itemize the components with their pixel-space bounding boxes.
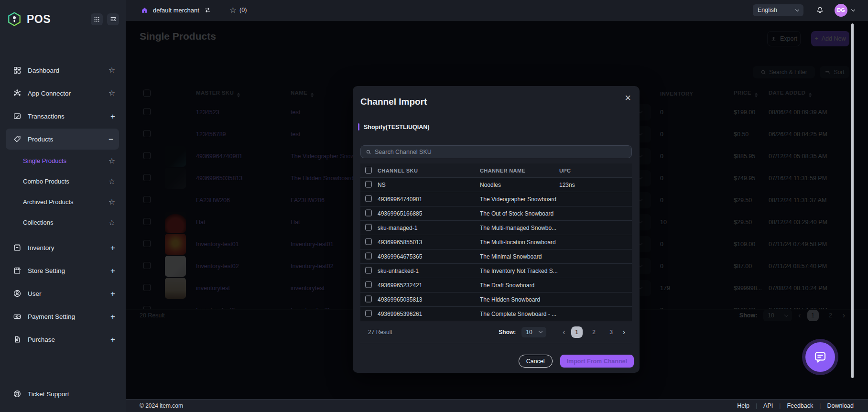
switch-merchant-icon[interactable] <box>204 6 211 14</box>
sidebar-item-transactions[interactable]: Transactions + <box>0 105 126 128</box>
cell-channel-name: The Complete Snowboard - ... <box>480 311 556 317</box>
select-all-checkbox[interactable] <box>365 167 372 173</box>
channel-row[interactable]: sku-untracked-1 The Inventory Not Tracke… <box>360 264 632 278</box>
page-size-value: 10 <box>526 329 532 336</box>
sidebar-item-products[interactable]: Products − <box>6 129 119 150</box>
row-checkbox[interactable] <box>365 238 372 245</box>
page-size-select[interactable]: 10 <box>521 327 546 337</box>
favorite-star-icon[interactable]: ☆ <box>108 198 115 206</box>
channel-row[interactable]: 49369965396261 The Complete Snowboard - … <box>360 307 632 321</box>
channel-row[interactable]: 49369964740901 The Videographer Snowboar… <box>360 192 632 206</box>
expand-plus-icon[interactable]: + <box>110 290 115 298</box>
avatar[interactable]: DG <box>835 4 847 17</box>
expand-plus-icon[interactable]: + <box>110 244 115 252</box>
avatar-chevron-icon[interactable] <box>851 8 855 11</box>
import-from-channel-button[interactable]: Import From Channel <box>560 355 634 368</box>
cell-channel-name: The Inventory Not Tracked S... <box>480 268 558 274</box>
chat-support-fab[interactable] <box>805 342 835 372</box>
favorite-star-icon[interactable]: ☆ <box>108 178 115 185</box>
language-select[interactable]: English <box>753 4 803 16</box>
ticket-support-icon <box>13 390 22 398</box>
channel-row[interactable]: 49369965166885 The Out of Stock Snowboar… <box>360 206 632 221</box>
cell-channel-sku: 49369964740901 <box>378 196 422 203</box>
home-icon[interactable] <box>141 7 148 14</box>
cancel-button[interactable]: Cancel <box>519 355 553 368</box>
store-icon <box>13 266 22 275</box>
expand-plus-icon[interactable]: + <box>110 313 115 321</box>
row-checkbox[interactable] <box>365 224 372 230</box>
app-connector-icon <box>13 89 22 98</box>
channel-row[interactable]: sku-managed-1 The Multi-managed Snowbo..… <box>360 221 632 235</box>
favorites-indicator[interactable]: ☆ (0) <box>229 6 247 14</box>
footer-link-help[interactable]: Help <box>737 402 749 409</box>
column-channel-name: CHANNER NAME <box>480 168 525 173</box>
channel-row[interactable]: 49369965232421 The Draft Snowboard <box>360 278 632 293</box>
favorite-star-icon[interactable]: ☆ <box>108 157 115 165</box>
cell-channel-sku: sku-managed-1 <box>378 225 417 231</box>
sidebar-item-app-connector[interactable]: App Connector ☆ <box>0 82 126 105</box>
page-number-button[interactable]: 3 <box>606 326 617 338</box>
sidebar-item-inventory[interactable]: Inventory + <box>0 236 126 259</box>
sidebar-collapse-icon <box>110 16 117 22</box>
prev-page-button[interactable]: ‹ <box>563 328 565 336</box>
channel-table-header: CHANNEL SKU CHANNER NAME UPC <box>360 163 632 178</box>
footer-link-feedback[interactable]: Feedback <box>787 402 813 409</box>
expand-plus-icon[interactable]: + <box>110 112 115 120</box>
row-checkbox[interactable] <box>365 281 372 288</box>
sidebar-nav: Dashboard ☆ App Connector ☆ Transactions <box>0 59 126 351</box>
sidebar-item-label: Transactions <box>28 113 65 120</box>
accent-bar <box>358 123 359 130</box>
expand-plus-icon[interactable]: + <box>110 336 115 344</box>
app-name: POS <box>27 13 51 26</box>
page-number-button[interactable]: 1 <box>571 326 583 338</box>
collapse-minus-icon[interactable]: − <box>108 135 113 143</box>
sidebar-item-store-setting[interactable]: Store Setting + <box>0 259 126 282</box>
search-input[interactable] <box>375 149 627 155</box>
sidebar-subitem-archived-products[interactable]: Archived Products ☆ <box>0 192 126 212</box>
close-icon[interactable]: × <box>625 93 631 103</box>
row-checkbox[interactable] <box>365 195 372 202</box>
scrollbar-thumb[interactable] <box>851 23 854 378</box>
sidebar-collapse-button[interactable] <box>107 13 119 25</box>
channel-sku-search[interactable] <box>360 145 632 158</box>
notifications-button[interactable] <box>816 6 824 14</box>
row-checkbox[interactable] <box>365 209 372 216</box>
channel-row[interactable]: 49369964675365 The Minimal Snowboard <box>360 249 632 264</box>
sidebar-item-dashboard[interactable]: Dashboard ☆ <box>0 59 126 82</box>
row-checkbox[interactable] <box>365 267 372 273</box>
sidebar-item-purchase[interactable]: Purchase + <box>0 328 126 351</box>
sidebar-item-label: Payment Setting <box>28 313 75 320</box>
transactions-icon <box>13 112 22 120</box>
footer-link-download[interactable]: Download <box>827 402 854 409</box>
cell-channel-name: The Draft Snowboard <box>480 282 534 289</box>
sidebar-item-ticket-support[interactable]: Ticket Support <box>0 385 126 402</box>
favorite-star-icon[interactable]: ☆ <box>108 89 115 97</box>
apps-grid-button[interactable] <box>91 13 103 25</box>
sidebar-subitem-collections[interactable]: Collections ☆ <box>0 212 126 233</box>
cell-channel-sku: 49369965396261 <box>378 311 422 317</box>
footer-link-api[interactable]: API <box>763 402 773 409</box>
row-checkbox[interactable] <box>365 295 372 302</box>
favorite-star-icon[interactable]: ☆ <box>108 66 115 74</box>
sidebar-subitem-combo-products[interactable]: Combo Products ☆ <box>0 171 126 192</box>
row-checkbox[interactable] <box>365 252 372 259</box>
next-page-button[interactable]: › <box>623 328 625 336</box>
search-icon <box>366 149 371 155</box>
sidebar-item-label: Store Setting <box>28 267 65 274</box>
channel-row[interactable]: 49369965035813 The Hidden Snowboard <box>360 293 632 307</box>
expand-plus-icon[interactable]: + <box>110 267 115 275</box>
sidebar-item-user[interactable]: User + <box>0 282 126 305</box>
cell-channel-sku: NS <box>378 182 386 188</box>
row-checkbox[interactable] <box>365 310 372 316</box>
sidebar-subitem-single-products[interactable]: Single Products ☆ <box>0 151 126 171</box>
page-number-button[interactable]: 2 <box>588 326 600 338</box>
favorite-star-icon[interactable]: ☆ <box>108 219 115 227</box>
sidebar-subitem-label: Single Products <box>23 157 66 164</box>
sidebar-item-payment-setting[interactable]: Payment Setting + <box>0 305 126 328</box>
row-checkbox[interactable] <box>365 181 372 187</box>
cell-channel-sku: 49369965232421 <box>378 282 422 289</box>
channel-row[interactable]: 49369965855013 The Multi-location Snowbo… <box>360 235 632 249</box>
cell-channel-name: The Multi-managed Snowbo... <box>480 225 556 231</box>
channel-row[interactable]: NS Noodles 123ns <box>360 178 632 192</box>
chevron-down-icon <box>539 329 542 333</box>
